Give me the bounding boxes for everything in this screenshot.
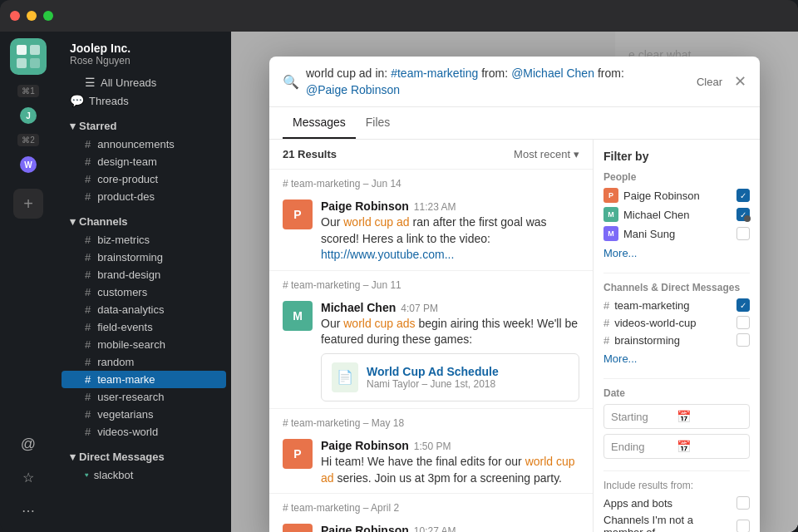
- from-label-1: from:: [481, 66, 508, 80]
- filter-date-section: Date Starting 📅 Ending 📅: [603, 387, 750, 459]
- person-name-3: Mani Sung: [623, 228, 675, 240]
- workspace-btn-1[interactable]: J: [10, 101, 47, 131]
- clear-button[interactable]: Clear: [692, 74, 727, 90]
- filter-title: Filter by: [603, 150, 750, 163]
- person-avatar-3: M: [603, 226, 618, 241]
- minimize-traffic-light[interactable]: [27, 11, 37, 21]
- filter-checkbox-2[interactable]: ✓: [736, 208, 750, 221]
- sidebar-item-design-team[interactable]: #design-team: [62, 153, 226, 170]
- sidebar-item-team-marketing[interactable]: #team-marke: [62, 371, 226, 388]
- table-row[interactable]: P Paige Robinson 1:50 PM Hi team! We hav…: [269, 432, 593, 493]
- sidebar-item-vegetarians[interactable]: #vegetarians: [62, 406, 226, 423]
- avatar: M: [283, 301, 313, 331]
- sidebar-item-customer-ex[interactable]: #customers: [62, 283, 226, 301]
- sidebar-item-data-analytics[interactable]: #data-analytics: [62, 301, 226, 318]
- result-channel-header-1: # team-marketing – Jun 14: [269, 170, 593, 193]
- filter-include-2[interactable]: Channels I'm not a member of: [603, 514, 750, 532]
- calendar-icon-end: 📅: [677, 440, 742, 453]
- highlight-text: world cup ad: [343, 215, 409, 229]
- filter-channel-1[interactable]: # team-marketing ✓: [603, 298, 750, 312]
- workspace-btn-2[interactable]: W: [10, 150, 47, 180]
- results-header: 21 Results Most recent ▾: [269, 140, 593, 170]
- message-time: 11:23 AM: [414, 201, 456, 213]
- sidebar-item-brand-design[interactable]: #brand-design: [62, 266, 226, 283]
- at-icon-btn[interactable]: @: [10, 429, 47, 459]
- filter-channel-2[interactable]: # videos-world-cup: [603, 316, 750, 329]
- filter-channel-checkbox-3[interactable]: [736, 333, 750, 347]
- sidebar-item-core-product[interactable]: #core-product: [62, 170, 226, 188]
- filter-date-label: Date: [603, 387, 750, 399]
- tab-files[interactable]: Files: [356, 107, 401, 139]
- sidebar-item-biz-metrics[interactable]: #biz-metrics: [62, 231, 226, 249]
- sidebar-item-random[interactable]: #random: [62, 353, 226, 371]
- person-tag-1: @Michael Chen: [511, 66, 594, 80]
- search-bar: 🔍 world cup ad in: #team-marketing from:…: [269, 57, 760, 107]
- person-avatar-2: M: [603, 207, 618, 222]
- filter-channel-checkbox-2[interactable]: [736, 316, 750, 329]
- icon-bar: ⌘1 J ⌘2 W +: [0, 32, 57, 532]
- filter-person-2[interactable]: M Michael Chen ✓: [603, 207, 750, 222]
- channels-chevron-icon: ▾: [70, 215, 76, 228]
- query-text: world cup ad: [306, 66, 372, 80]
- sidebar-threads[interactable]: 💬 Threads: [57, 91, 231, 110]
- sidebar-item-brainstorming[interactable]: #brainstorming: [62, 249, 226, 266]
- sidebar-item-slackbot[interactable]: ♥ slackbot: [62, 466, 226, 484]
- dm-chevron-icon: ▾: [70, 451, 76, 463]
- message-author: Paige Robinson: [321, 200, 409, 213]
- search-modal: 🔍 world cup ad in: #team-marketing from:…: [269, 57, 760, 532]
- include-checkbox-2[interactable]: [736, 520, 750, 532]
- svg-text:J: J: [26, 111, 31, 121]
- attachment-card[interactable]: 📄 World Cup Ad Schedule Nami Taylor – Ju…: [321, 353, 579, 401]
- message-link[interactable]: http://www.youtube.com...: [321, 248, 454, 261]
- close-modal-button[interactable]: ✕: [734, 74, 746, 89]
- include-item-2-label: Channels I'm not a member of: [603, 514, 732, 532]
- workspace-icon[interactable]: [10, 38, 47, 75]
- message-header: Paige Robinson 10:27 AM: [321, 524, 579, 532]
- filter-checkbox-1[interactable]: ✓: [736, 189, 750, 202]
- filter-person-3[interactable]: M Mani Sung: [603, 226, 750, 241]
- sidebar-item-videos-world[interactable]: #videos-world: [62, 423, 226, 441]
- table-row[interactable]: P Paige Robinson 10:27 AM Some exciting …: [269, 517, 593, 532]
- sidebar-item-field-events[interactable]: #field-events: [62, 318, 226, 336]
- sidebar-item-product-des[interactable]: #product-des: [62, 188, 226, 205]
- sidebar-item-announcements[interactable]: #announcements: [62, 135, 226, 153]
- channel-hash-3: #: [603, 334, 609, 347]
- person-avatar-1: P: [603, 188, 618, 203]
- channels-header: ▾ Channels: [57, 212, 231, 231]
- star-icon-btn[interactable]: ☆: [10, 462, 47, 492]
- filter-channel-checkbox-1[interactable]: ✓: [736, 298, 750, 312]
- filter-person-1[interactable]: P Paige Robinson ✓: [603, 188, 750, 203]
- maximize-traffic-light[interactable]: [43, 11, 53, 21]
- sort-button[interactable]: Most recent ▾: [514, 148, 579, 160]
- attachment-subtitle: Nami Taylor – June 1st, 2018: [367, 378, 499, 390]
- icon-group-2: ⌘2 W: [10, 134, 47, 180]
- include-checkbox-1[interactable]: [736, 496, 750, 510]
- sidebar-item-mobile-search[interactable]: #mobile-search: [62, 336, 226, 353]
- dm-header: ▾ Direct Messages: [57, 447, 231, 466]
- more-people-link[interactable]: More...: [603, 245, 750, 261]
- date-starting-input[interactable]: Starting 📅: [603, 404, 750, 429]
- starred-section: ▾ Starred #announcements #design-team #c…: [57, 116, 231, 205]
- all-unreads-label: All Unreads: [101, 76, 156, 89]
- more-channels-link[interactable]: More...: [603, 351, 750, 367]
- message-text: Our world cup ad ran after the first goa…: [321, 214, 579, 264]
- message-time: 10:27 AM: [414, 525, 456, 532]
- search-query[interactable]: world cup ad in: #team-marketing from: @…: [306, 66, 685, 96]
- tab-messages[interactable]: Messages: [283, 107, 356, 139]
- person-tag-2: @Paige Robinson: [306, 83, 400, 96]
- close-traffic-light[interactable]: [10, 11, 20, 21]
- filter-include-1[interactable]: Apps and bots: [603, 496, 750, 510]
- filter-checkbox-3[interactable]: [736, 227, 750, 240]
- add-workspace-btn[interactable]: +: [0, 186, 57, 221]
- filter-channel-3[interactable]: # brainstorming: [603, 333, 750, 347]
- sidebar-item-user-research[interactable]: #user-research: [62, 388, 226, 406]
- sidebar: Joolep Inc. Rose Nguyen ☰ All Unreads 💬 …: [57, 32, 231, 532]
- table-row[interactable]: M Michael Chen 4:07 PM Our world cup ads…: [269, 294, 593, 408]
- sidebar-all-unreads[interactable]: ☰ All Unreads: [62, 73, 226, 91]
- svg-rect-2: [17, 58, 27, 68]
- more-icon-btn[interactable]: ⋯: [10, 495, 47, 525]
- table-row[interactable]: P Paige Robinson 11:23 AM Our world cup …: [269, 193, 593, 270]
- svg-text:W: W: [24, 160, 32, 170]
- dm-section: ▾ Direct Messages ♥ slackbot: [57, 447, 231, 484]
- date-ending-input[interactable]: Ending 📅: [603, 434, 750, 459]
